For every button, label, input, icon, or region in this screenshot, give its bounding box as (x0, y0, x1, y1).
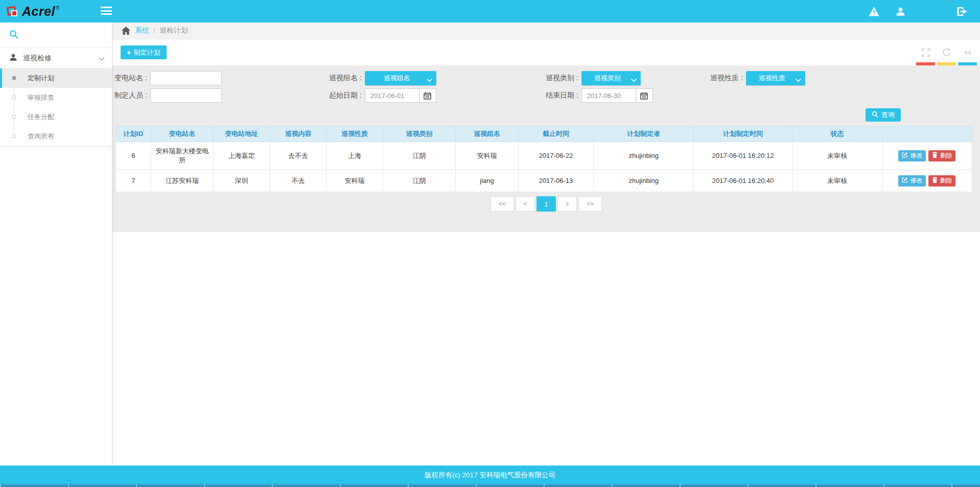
alert-icon[interactable] (864, 0, 884, 22)
planner-label: 制定人员 : (114, 91, 147, 100)
cell-status: 未审核 (792, 142, 882, 170)
cell-group: 安科瑞 (456, 142, 518, 170)
sidebar-search[interactable] (0, 22, 112, 48)
resize-icon[interactable] (958, 39, 977, 65)
col-content: 巡视内容 (270, 126, 326, 142)
edit-button[interactable]: 修改 (898, 175, 926, 187)
plus-icon: + (127, 49, 131, 56)
patrol-group-value: 巡视组名 (384, 74, 410, 83)
top-navbar: Acrel ® (0, 0, 980, 22)
col-nature: 巡视性质 (326, 126, 383, 142)
user-icon[interactable] (890, 0, 911, 22)
pagination-first[interactable]: << (491, 196, 514, 212)
cell-category: 江阴 (383, 142, 455, 170)
patrol-nature-select[interactable]: 巡视性质 (746, 71, 805, 85)
start-date-calendar-button[interactable] (419, 88, 436, 103)
col-status: 状态 (792, 126, 882, 142)
sidebar-item-query-all[interactable]: 查询所有 (0, 127, 112, 146)
patrol-category-select[interactable]: 巡视类别 (581, 71, 641, 85)
col-created-at: 计划制定时间 (694, 126, 792, 142)
pagination: << < 1 > >> (112, 196, 980, 212)
cell-address: 深圳 (214, 170, 270, 192)
hamburger-icon[interactable] (101, 7, 113, 16)
cell-created-at: 2017-06-01 16:20:40 (694, 170, 792, 192)
cell-creator: zhujinbing (594, 170, 694, 192)
breadcrumb-link-system[interactable]: 系统 (135, 26, 149, 35)
sidebar-item-task-assignment[interactable]: 任务分配 (0, 107, 112, 127)
sidebar: 巡视检修 定制计划 审核排查 任务分配 查询所有 (0, 22, 112, 466)
logo-text: Acrel (22, 4, 55, 19)
end-date-calendar-button[interactable] (636, 88, 653, 103)
pagination-prev[interactable]: < (516, 196, 535, 212)
col-creator: 计划制定者 (594, 126, 694, 142)
sidebar-item-label: 定制计划 (28, 74, 54, 82)
sidebar-submenu: 定制计划 审核排查 任务分配 查询所有 (0, 68, 112, 147)
home-icon[interactable] (122, 27, 130, 35)
edit-icon (902, 152, 908, 159)
col-actions (882, 126, 972, 142)
cell-group: jiang (456, 170, 518, 192)
start-date-input[interactable] (365, 88, 419, 103)
filter-row-1: 变电站名 : 巡视组名 : 巡视组名 巡视类别 : 巡视类别 (112, 69, 980, 87)
table-row: 7 江苏安科瑞 深圳 不去 安科瑞 江阴 jiang 2017-06-13 zh… (116, 170, 972, 192)
planner-input[interactable] (150, 88, 222, 103)
cell-plan-id: 7 (116, 170, 151, 192)
fullscreen-icon[interactable] (916, 39, 935, 65)
logout-icon[interactable] (952, 0, 972, 22)
sidebar-item-custom-plan[interactable]: 定制计划 (0, 68, 112, 88)
col-station: 变电站名 (151, 126, 213, 142)
bullet-icon (12, 96, 16, 99)
bullet-icon (12, 115, 16, 119)
breadcrumb: 系统 / 巡检计划 (112, 22, 980, 39)
pagination-page-1[interactable]: 1 (536, 196, 556, 212)
copyright-text: 版权所有(c) 2017 安科瑞电气股份有限公司 (425, 471, 555, 480)
chevron-down-icon (631, 76, 637, 84)
cell-category: 江阴 (383, 170, 455, 192)
sidebar-item-audit-check[interactable]: 审核排查 (0, 88, 112, 107)
start-date-label: 起始日期 : (329, 91, 362, 100)
cell-nature: 上海 (326, 142, 383, 170)
delete-button[interactable]: 删除 (928, 150, 955, 161)
sidebar-item-label: 任务分配 (28, 113, 54, 121)
end-date-input[interactable] (581, 88, 636, 103)
sidebar-item-label: 审核排查 (28, 94, 54, 101)
col-category: 巡视类别 (383, 126, 455, 142)
col-deadline: 截止时间 (518, 126, 593, 142)
toolbar: + 制定计划 (112, 39, 980, 65)
sidebar-menu-patrol-maintenance[interactable]: 巡视检修 (0, 48, 112, 68)
brand-logo[interactable]: Acrel ® (6, 0, 59, 22)
delete-icon (932, 152, 938, 159)
table-row: 6 安科瑞新大楼变电所 上海嘉定 去不去 上海 江阴 安科瑞 2017-06-2… (116, 142, 972, 170)
cell-content: 不去 (270, 170, 326, 192)
refresh-icon[interactable] (937, 39, 956, 65)
pagination-next[interactable]: > (557, 196, 577, 212)
table-header-row: 计划ID 变电站名 变电站地址 巡视内容 巡视性质 巡视类别 巡视组名 截止时间… (116, 126, 972, 142)
cell-actions: 修改 删除 (882, 142, 972, 170)
plan-table: 计划ID 变电站名 变电站地址 巡视内容 巡视性质 巡视类别 巡视组名 截止时间… (115, 126, 972, 192)
delete-button[interactable]: 删除 (928, 175, 955, 187)
person-icon (9, 53, 17, 63)
cell-address: 上海嘉定 (214, 142, 270, 170)
patrol-category-label: 巡视类别 : (546, 74, 578, 83)
edit-label: 修改 (910, 176, 922, 185)
patrol-nature-value: 巡视性质 (759, 74, 785, 83)
station-name-input[interactable] (150, 71, 222, 85)
main-content: 系统 / 巡检计划 + 制定计划 (112, 22, 980, 466)
footer: 版权所有(c) 2017 安科瑞电气股份有限公司 (0, 466, 980, 484)
chevron-down-icon (796, 76, 801, 84)
breadcrumb-current: 巡检计划 (159, 26, 188, 35)
col-plan-id: 计划ID (116, 126, 151, 142)
taskbar-edge (0, 484, 980, 487)
cell-plan-id: 6 (116, 142, 151, 170)
query-row: 查询 (112, 104, 980, 125)
patrol-group-select[interactable]: 巡视组名 (365, 71, 436, 85)
pagination-last[interactable]: >> (578, 196, 602, 212)
query-button[interactable]: 查询 (866, 108, 901, 122)
delete-label: 删除 (940, 151, 952, 160)
edit-button[interactable]: 修改 (898, 150, 926, 161)
cell-actions: 修改 删除 (882, 170, 972, 192)
edit-label: 修改 (910, 151, 922, 160)
cell-status: 未审核 (792, 170, 882, 192)
create-plan-button[interactable]: + 制定计划 (121, 45, 167, 59)
cell-nature: 安科瑞 (326, 170, 383, 192)
